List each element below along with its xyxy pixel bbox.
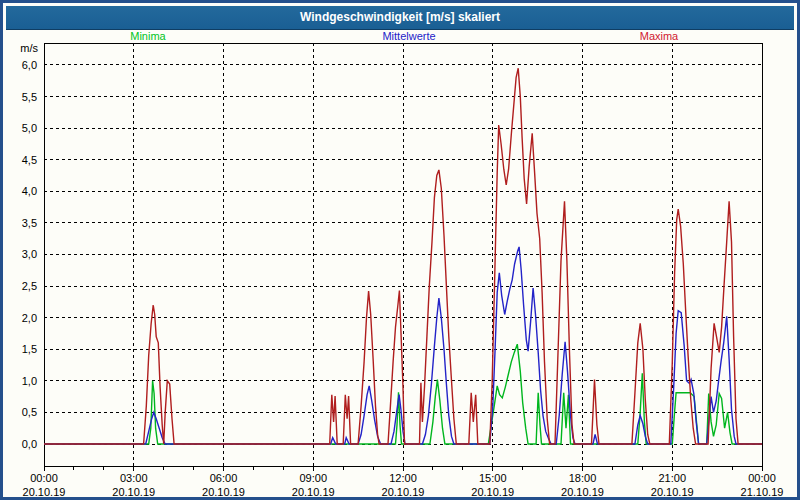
x-axis-date-label: 20.10.19 [358, 485, 448, 499]
y-axis-tick-label: 3,0 [3, 247, 40, 261]
x-axis-date-label: 20.10.19 [0, 485, 89, 499]
x-axis-time-label: 00:00 [717, 471, 800, 485]
x-axis-date-label: 20.10.19 [448, 485, 538, 499]
y-axis-tick-label: 1,0 [3, 374, 40, 388]
y-axis-tick-label: 2,5 [3, 279, 40, 293]
x-axis-time-label: 21:00 [627, 471, 717, 485]
x-axis-tick-label: 06:0020.10.19 [179, 471, 269, 499]
x-axis-tick-label: 12:0020.10.19 [358, 471, 448, 499]
x-axis-time-label: 12:00 [358, 471, 448, 485]
x-axis-tick-label: 21:0020.10.19 [627, 471, 717, 499]
x-axis-tick-label: 00:0020.10.19 [0, 471, 89, 499]
x-axis-date-label: 20.10.19 [268, 485, 358, 499]
y-axis-tick-label: 4,0 [3, 184, 40, 198]
x-axis-time-label: 18:00 [538, 471, 628, 485]
x-axis-tick-label: 03:0020.10.19 [89, 471, 179, 499]
window-frame: Windgeschwindigkeit [m/s] skaliert Minim… [0, 0, 800, 500]
plot-area [3, 3, 800, 500]
y-axis-tick-label: 3,5 [3, 216, 40, 230]
x-axis-time-label: 15:00 [448, 471, 538, 485]
y-axis-tick-label: 1,5 [3, 342, 40, 356]
x-axis-time-label: 00:00 [0, 471, 89, 485]
y-axis-tick-label: 2,0 [3, 311, 40, 325]
x-axis-date-label: 20.10.19 [538, 485, 628, 499]
x-axis-tick-label: 09:0020.10.19 [268, 471, 358, 499]
x-axis-time-label: 03:00 [89, 471, 179, 485]
x-axis-tick-label: 00:0021.10.19 [717, 471, 800, 499]
x-axis-date-label: 20.10.19 [179, 485, 269, 499]
y-axis-tick-label: 0,5 [3, 405, 40, 419]
x-axis-tick-label: 15:0020.10.19 [448, 471, 538, 499]
x-axis-date-label: 20.10.19 [627, 485, 717, 499]
y-axis-tick-label: 6,0 [3, 58, 40, 72]
y-axis-tick-label: 5,0 [3, 121, 40, 135]
x-axis-time-label: 09:00 [268, 471, 358, 485]
x-axis-tick-label: 18:0020.10.19 [538, 471, 628, 499]
x-axis-date-label: 21.10.19 [717, 485, 800, 499]
y-axis-tick-label: 0,0 [3, 437, 40, 451]
y-axis-tick-label: 4,5 [3, 153, 40, 167]
x-axis-time-label: 06:00 [179, 471, 269, 485]
x-axis-date-label: 20.10.19 [89, 485, 179, 499]
y-axis-tick-label: 5,5 [3, 90, 40, 104]
